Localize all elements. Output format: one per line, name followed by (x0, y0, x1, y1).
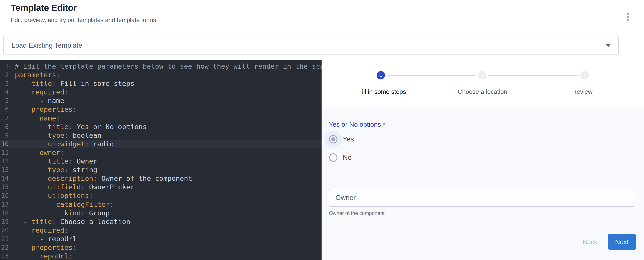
radio-dot (331, 137, 335, 141)
line-number: 12 (0, 157, 9, 166)
code-line-21[interactable]: 21 - repoUrl (0, 235, 322, 243)
code-text: ui:field: OwnerPicker (15, 183, 134, 191)
code-text: description: Owner of the component (15, 174, 192, 183)
form-stepper: 1Fill in some steps2Choose a location3Re… (322, 60, 644, 107)
code-text: repoUrl: (15, 252, 72, 260)
code-text: ui:widget: radio (15, 140, 114, 148)
kebab-vertical-icon (627, 16, 629, 18)
step-label: Review (527, 88, 638, 95)
line-number: 5 (0, 96, 9, 105)
line-number: 9 (0, 131, 9, 140)
line-number: 8 (0, 122, 9, 131)
radio-halo (325, 149, 342, 166)
code-line-22[interactable]: 22 properties: (0, 243, 322, 252)
line-number: 2 (0, 71, 9, 79)
load-template-value: Load Existing Template (12, 41, 82, 49)
template-editor-page: Template Editor Edit, preview, and try o… (0, 0, 644, 260)
code-line-6[interactable]: 6 properties: (0, 105, 322, 114)
code-line-1[interactable]: 1# Edit the template parameters below to… (0, 62, 322, 71)
line-number: 23 (0, 252, 9, 260)
code-text: properties: (15, 243, 77, 252)
radio-group-label: Yes or No options * (329, 121, 386, 128)
line-number: 16 (0, 191, 9, 200)
code-line-18[interactable]: 18 kind: Group (0, 209, 322, 217)
radio-halo (325, 131, 342, 148)
step-connector (388, 75, 476, 75)
owner-helper-text: Owner of the component (329, 210, 384, 216)
line-number: 11 (0, 148, 9, 157)
line-number: 20 (0, 226, 9, 235)
line-number: 7 (0, 114, 9, 122)
code-text: required: (15, 226, 68, 235)
code-line-3[interactable]: 3 - title: Fill in some steps (0, 79, 322, 88)
load-template-section: Load Existing Template (0, 32, 644, 60)
radio-option-yes[interactable]: Yes (325, 131, 354, 148)
radio-unselected-icon (329, 153, 338, 162)
radio-option-no[interactable]: No (325, 149, 352, 166)
line-number: 13 (0, 166, 9, 174)
code-line-13[interactable]: 13 type: string (0, 166, 322, 174)
line-number: 6 (0, 105, 9, 114)
step-circle-1: 1 (376, 71, 385, 79)
radio-label: No (343, 154, 352, 162)
code-line-16[interactable]: 16 ui:options: (0, 191, 322, 200)
code-line-5[interactable]: 5 - name (0, 96, 322, 105)
page-title: Template Editor (10, 3, 77, 13)
code-line-10[interactable]: 10 ui:widget: radio (0, 140, 322, 148)
code-text: type: string (15, 166, 97, 174)
line-number: 14 (0, 174, 9, 183)
kebab-vertical-icon (627, 13, 629, 15)
more-options-button[interactable] (623, 10, 632, 23)
code-text: type: boolean (15, 131, 102, 140)
step-circle-2: 2 (478, 71, 486, 79)
code-line-23[interactable]: 23 repoUrl: (0, 252, 322, 260)
code-text: parameters: (15, 71, 60, 79)
radio-label: Yes (343, 135, 354, 143)
line-number: 10 (0, 140, 9, 148)
code-text: title: Owner (15, 157, 97, 166)
code-line-11[interactable]: 11 owner: (0, 148, 322, 157)
code-text: properties: (15, 105, 77, 114)
code-text: name: (15, 114, 60, 122)
code-line-14[interactable]: 14 description: Owner of the component (0, 174, 322, 183)
step-circle-3: 3 (580, 71, 589, 79)
code-text: ui:options: (15, 191, 93, 200)
code-line-15[interactable]: 15 ui:field: OwnerPicker (0, 183, 322, 191)
radio-selected-icon (329, 135, 338, 143)
line-number: 17 (0, 200, 9, 209)
code-line-7[interactable]: 7 name: (0, 114, 322, 122)
load-template-select[interactable]: Load Existing Template (3, 36, 618, 55)
code-text: - repoUrl (15, 235, 77, 243)
code-line-9[interactable]: 9 type: boolean (0, 131, 322, 140)
code-text: kind: Group (15, 209, 110, 217)
line-number: 21 (0, 235, 9, 243)
yaml-code-editor[interactable]: 1# Edit the template parameters below to… (0, 60, 322, 260)
template-form-preview: Yes or No options * YesNo Owner of the c… (322, 107, 644, 260)
line-number: 15 (0, 183, 9, 191)
code-text: title: Yes or No options (15, 122, 147, 131)
code-line-12[interactable]: 12 title: Owner (0, 157, 322, 166)
code-text: - title: Choose a location (15, 217, 130, 226)
code-line-8[interactable]: 8 title: Yes or No options (0, 122, 322, 131)
code-line-19[interactable]: 19 - title: Choose a location (0, 217, 322, 226)
owner-input[interactable] (329, 189, 636, 207)
code-line-2[interactable]: 2parameters: (0, 71, 322, 79)
code-line-17[interactable]: 17 catalogFilter: (0, 200, 322, 209)
line-number: 18 (0, 209, 9, 217)
line-number: 3 (0, 79, 9, 88)
code-line-4[interactable]: 4 required: (0, 88, 322, 96)
line-number: 1 (0, 62, 9, 71)
step-connector (488, 75, 578, 75)
code-text: catalogFilter: (15, 200, 114, 209)
code-text: - title: Fill in some steps (15, 79, 134, 88)
code-line-20[interactable]: 20 required: (0, 226, 322, 235)
line-number: 22 (0, 243, 9, 252)
line-number: 19 (0, 217, 9, 226)
back-button[interactable]: Back (576, 234, 604, 250)
kebab-vertical-icon (627, 19, 629, 21)
step-label: Choose a location (427, 88, 538, 95)
next-button[interactable]: Next (608, 234, 636, 250)
caret-down-icon (606, 44, 611, 47)
page-header: Template Editor Edit, preview, and try o… (0, 0, 644, 31)
code-text: - name (15, 96, 64, 105)
